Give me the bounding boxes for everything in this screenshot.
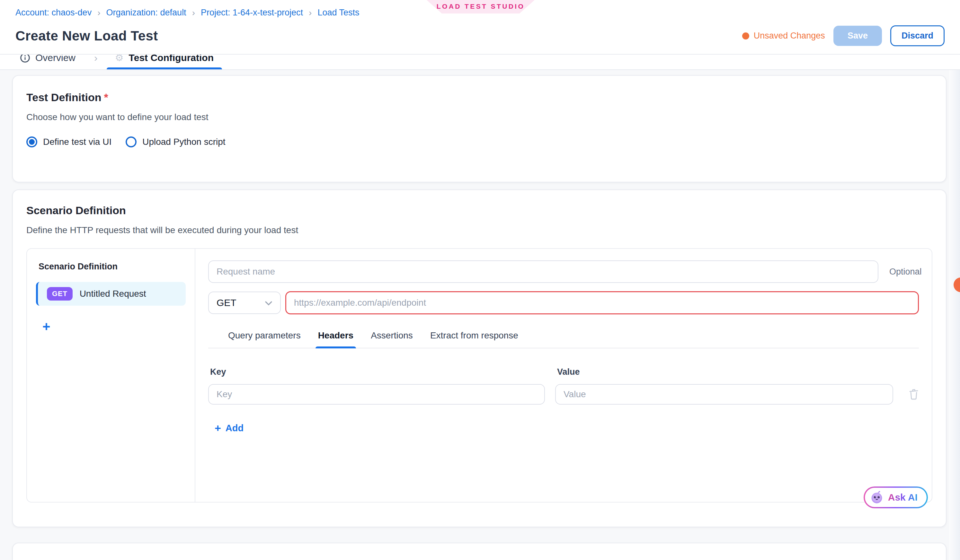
- radio-selected-icon[interactable]: [26, 136, 37, 147]
- radio-define-test-via-ui[interactable]: Define test via UI: [26, 136, 112, 147]
- tab-overview[interactable]: Overview: [18, 54, 84, 70]
- ask-ai-button[interactable]: Ask AI: [864, 487, 928, 508]
- scenario-definition-title: Scenario Definition: [26, 204, 932, 217]
- save-button[interactable]: Save: [834, 26, 882, 46]
- request-list-title: Scenario Definition: [36, 262, 186, 272]
- scenario-definition-card: Scenario Definition Define the HTTP requ…: [12, 190, 947, 527]
- radio-define-test-via-ui-label: Define test via UI: [43, 137, 112, 147]
- subtab-headers[interactable]: Headers: [318, 330, 354, 348]
- radio-upload-python-script-label: Upload Python script: [142, 137, 225, 147]
- breadcrumb-separator-icon: ›: [309, 8, 312, 18]
- request-list-panel: Scenario Definition GET Untitled Request…: [27, 249, 195, 502]
- add-header-label: Add: [226, 423, 243, 434]
- method-badge: GET: [47, 287, 73, 300]
- breadcrumb-load-tests[interactable]: Load Tests: [317, 8, 359, 18]
- gear-icon: ⚙: [115, 54, 124, 62]
- scenario-definition-subtitle: Define the HTTP requests that will be ex…: [26, 225, 932, 235]
- key-column-label: Key: [208, 367, 545, 377]
- optional-label: Optional: [889, 267, 919, 277]
- breadcrumb-account[interactable]: Account: chaos-dev: [15, 8, 91, 18]
- test-definition-title: Test Definition*: [26, 91, 932, 104]
- unsaved-changes-status: Unsaved Changes: [742, 31, 825, 41]
- request-name-label: Untitled Request: [80, 289, 146, 299]
- url-input[interactable]: [285, 291, 919, 314]
- tab-test-configuration[interactable]: ⚙ Test Configuration: [107, 54, 222, 70]
- request-list-item[interactable]: GET Untitled Request: [36, 282, 186, 306]
- value-column-label: Value: [557, 367, 580, 377]
- radio-unselected-icon[interactable]: [126, 136, 136, 147]
- request-name-input[interactable]: [208, 260, 878, 283]
- step-tabs-bar: Overview › ⚙ Test Configuration: [0, 54, 960, 70]
- subtab-assertions[interactable]: Assertions: [371, 330, 413, 348]
- test-definition-subtitle: Choose how you want to define your load …: [26, 112, 932, 122]
- scenario-builder: Scenario Definition GET Untitled Request…: [26, 248, 932, 503]
- subtab-extract-from-response[interactable]: Extract from response: [430, 330, 518, 348]
- unsaved-changes-label: Unsaved Changes: [754, 31, 825, 41]
- subtab-query-parameters[interactable]: Query parameters: [228, 330, 301, 348]
- method-select[interactable]: GET: [208, 292, 281, 314]
- breadcrumb-separator-icon: ›: [192, 8, 195, 18]
- active-subtab-underline: [315, 346, 356, 348]
- radio-upload-python-script[interactable]: Upload Python script: [126, 136, 225, 147]
- info-circle-icon: [20, 54, 30, 63]
- breadcrumb-organization[interactable]: Organization: default: [106, 8, 186, 18]
- tab-chevron-icon: ›: [94, 54, 98, 64]
- load-test-studio-ribbon: LOAD TEST STUDIO: [427, 0, 534, 13]
- tab-overview-label: Overview: [35, 54, 75, 63]
- next-section-card: [12, 542, 947, 560]
- header-kv-labels: Key Value: [208, 367, 919, 377]
- add-header-button[interactable]: + Add: [214, 422, 243, 434]
- unsaved-dot-icon: [742, 32, 749, 40]
- active-tab-underline: [107, 67, 222, 69]
- trash-icon: [909, 391, 919, 402]
- page-header: LOAD TEST STUDIO Account: chaos-dev › Or…: [0, 0, 960, 54]
- test-definition-options: Define test via UI Upload Python script: [26, 136, 932, 147]
- add-request-button[interactable]: +: [36, 320, 56, 333]
- test-definition-card: Test Definition* Choose how you want to …: [12, 75, 947, 182]
- main-content: Test Definition* Choose how you want to …: [0, 70, 960, 560]
- ask-ai-label: Ask AI: [888, 492, 918, 503]
- plus-icon: +: [214, 422, 221, 434]
- header-kv-row: [208, 384, 919, 405]
- request-editor: Optional GET Q: [195, 249, 932, 502]
- test-definition-title-text: Test Definition: [26, 91, 102, 104]
- method-select-value: GET: [216, 297, 237, 308]
- chevron-down-icon: [265, 297, 272, 308]
- header-value-input[interactable]: [555, 384, 893, 405]
- required-asterisk: *: [104, 91, 108, 104]
- request-subtabs: Query parameters Headers Assertions Extr…: [208, 330, 919, 348]
- tab-test-configuration-label: Test Configuration: [129, 54, 214, 63]
- header-key-input[interactable]: [208, 384, 545, 405]
- delete-row-button[interactable]: [909, 389, 919, 400]
- page-title: Create New Load Test: [15, 28, 158, 44]
- breadcrumb-project[interactable]: Project: 1-64-x-test-project: [201, 8, 303, 18]
- ai-robot-icon: [870, 491, 883, 504]
- discard-button[interactable]: Discard: [890, 26, 945, 46]
- breadcrumb-separator-icon: ›: [98, 8, 100, 18]
- load-test-studio-page: LOAD TEST STUDIO Account: chaos-dev › Or…: [0, 0, 960, 560]
- subtab-headers-label: Headers: [318, 330, 354, 340]
